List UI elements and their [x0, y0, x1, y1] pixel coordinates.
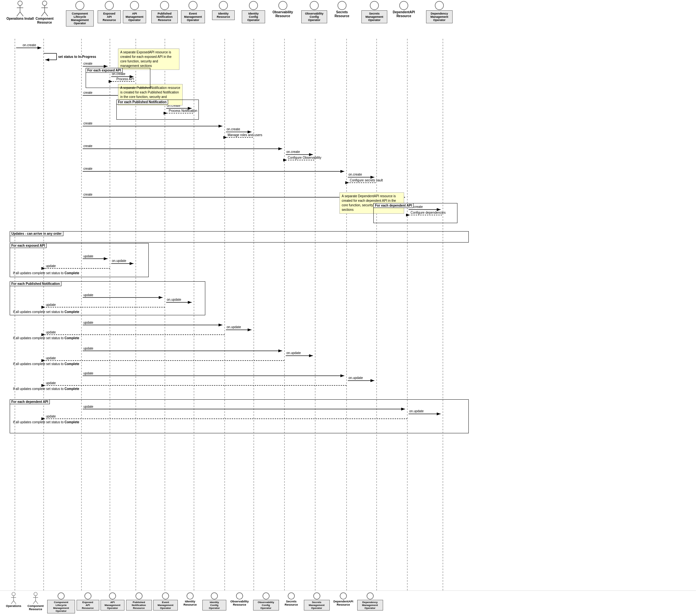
footer-icon-api-mgmt [109, 592, 116, 600]
actor-icon-api-mgmt [130, 1, 139, 10]
footer-identity-resource: IdentityResource [178, 592, 202, 606]
actor-icon-pub-notif [160, 1, 169, 10]
footer-icon-clm [57, 592, 65, 600]
svg-text:Manage roles and users: Manage roles and users [227, 133, 262, 137]
svg-point-101 [18, 1, 22, 5]
svg-point-124 [12, 593, 16, 596]
participant-dependentapi-resource-label: DependentAPIResource [393, 10, 415, 18]
svg-text:Configure secrets vault: Configure secrets vault [350, 178, 383, 182]
footer-secrets-resource: SecretsResource [280, 592, 303, 606]
svg-text:create: create [83, 167, 93, 170]
footer-obs-resource-label: ObservabilityResource [230, 600, 249, 606]
svg-line-133 [35, 601, 38, 604]
svg-text:on.create: on.create [22, 43, 36, 47]
svg-point-117 [249, 1, 258, 10]
footer-participants: Operations ComponentResource ComponentLi… [0, 590, 696, 613]
frame-label-for-each-pub-notif-update: For each Published Notification [10, 282, 61, 286]
svg-text:create: create [83, 144, 93, 148]
svg-text:on.create: on.create [348, 173, 362, 176]
footer-actor-icon-component-resource [32, 592, 39, 604]
actor-icon-obs-config [310, 1, 319, 10]
actor-icon-identity-config [249, 1, 258, 10]
participant-operations: Operations Install [6, 1, 34, 21]
frame-for-each-pub-notif-create: For each Published Notification [116, 99, 199, 120]
actor-icon-operations [15, 1, 25, 17]
diagram-container: on.create set status to In-Progress crea… [0, 0, 696, 616]
actor-icon-clm [75, 1, 85, 10]
footer-icon-event-mgmt [162, 592, 169, 600]
frame-label-for-each-dependent-api-create: For each dependent API [374, 203, 413, 208]
svg-line-128 [14, 601, 16, 604]
svg-point-137 [136, 593, 142, 599]
frame-label-for-each-exposed-api-update: For each exposed API [10, 243, 47, 248]
participant-obs-config-box: ObservabilityConfigOperator [301, 10, 327, 23]
footer-secrets-resource-label: SecretsResource [284, 600, 298, 606]
actor-icon-component-resource [40, 1, 49, 17]
frame-for-each-dependent-api-update: For each dependent API [10, 399, 469, 433]
footer-dependency-mgmt-box: DependencyManagementOperator [357, 600, 383, 611]
svg-text:on.update: on.update [286, 351, 301, 355]
participant-component-resource: ComponentResource [35, 1, 54, 25]
svg-point-138 [162, 593, 169, 599]
footer-icon-identity-resource [186, 592, 194, 600]
participant-secrets-mgmt-operator: SecretsManagementOperator [361, 1, 387, 23]
svg-text:create: create [83, 62, 93, 65]
footer-obs-config: ObservabilityConfigOperator [252, 592, 280, 611]
svg-point-111 [76, 1, 84, 10]
participant-component-resource-label: ComponentResource [35, 17, 54, 25]
svg-line-110 [45, 12, 48, 16]
svg-point-143 [288, 593, 295, 599]
frame-label-updates-outer: Updates - can arrive in any order [10, 232, 63, 236]
svg-text:on.update: on.update [227, 325, 241, 329]
svg-text:If all updates complete set st: If all updates complete set status to Co… [13, 387, 80, 391]
footer-component-resource-label: ComponentResource [28, 604, 44, 611]
footer-obs-config-box: ObservabilityConfigOperator [253, 600, 279, 611]
footer-icon-obs-config [262, 592, 270, 600]
svg-text:on.create: on.create [227, 127, 240, 131]
footer-event-mgmt: EventManagementOperator [153, 592, 178, 611]
participant-identity-config-box: IdentityConfigOperator [242, 10, 265, 23]
svg-text:create: create [83, 91, 93, 94]
actor-icon-dependentapi-resource [399, 1, 409, 10]
frame-updates-outer: Updates - can arrive in any order [10, 231, 469, 242]
svg-point-145 [340, 593, 347, 599]
footer-operations: Operations [3, 592, 25, 607]
participant-event-mgmt-operator: EventManagementOperator [181, 1, 205, 23]
svg-line-127 [11, 601, 14, 604]
footer-dependency-mgmt: DependencyManagementOperator [356, 592, 384, 611]
actor-icon-exposed-api [105, 1, 114, 10]
actor-icon-obs-resource [278, 1, 288, 10]
svg-text:If all updates complete set st: If all updates complete set status to Co… [13, 362, 80, 366]
footer-dependentapi-resource: DependentAPIResource [330, 592, 356, 606]
svg-point-106 [42, 1, 47, 5]
footer-secrets-mgmt-box: SecretsManagementOperator [304, 600, 330, 611]
footer-api-mgmt-box: APIManagementOperator [100, 600, 125, 611]
participant-dependentapi-resource: DependentAPIResource [393, 1, 415, 18]
svg-point-114 [160, 1, 169, 10]
participant-identity-resource-box: IdentityResource [212, 10, 235, 20]
participant-pub-notif-box: PublishedNotificationResource [151, 10, 178, 23]
footer-icon-secrets-resource [287, 592, 295, 600]
svg-point-112 [105, 1, 113, 10]
svg-text:update: update [46, 356, 56, 360]
svg-text:on.create: on.create [286, 150, 300, 154]
footer-icon-pub-notif [135, 592, 143, 600]
actor-icon-dependency-mgmt [434, 1, 444, 10]
footer-component-resource: ComponentResource [25, 592, 47, 611]
footer-secrets-mgmt: SecretsManagementOperator [303, 592, 330, 611]
svg-text:create: create [83, 122, 93, 125]
svg-line-105 [20, 12, 23, 16]
participant-obs-resource-label: ObservabilityResource [272, 10, 293, 18]
svg-line-109 [42, 12, 45, 16]
svg-point-140 [211, 593, 218, 599]
participant-clm-box: ComponentLifecycleManagementOperator [66, 10, 94, 27]
svg-point-116 [219, 1, 227, 10]
actor-icon-identity-resource [219, 1, 228, 10]
actor-icon-secrets-resource [337, 1, 347, 10]
svg-point-118 [279, 1, 287, 10]
svg-point-113 [130, 1, 139, 10]
footer-icon-dependentapi-resource [339, 592, 347, 600]
footer-clm-operator: ComponentLifecycleManagementOperator [47, 592, 76, 613]
footer-pub-notif-box: PublishedNotificationResource [126, 600, 152, 611]
participant-exposed-api-box: ExposedAPIResource [98, 10, 121, 23]
